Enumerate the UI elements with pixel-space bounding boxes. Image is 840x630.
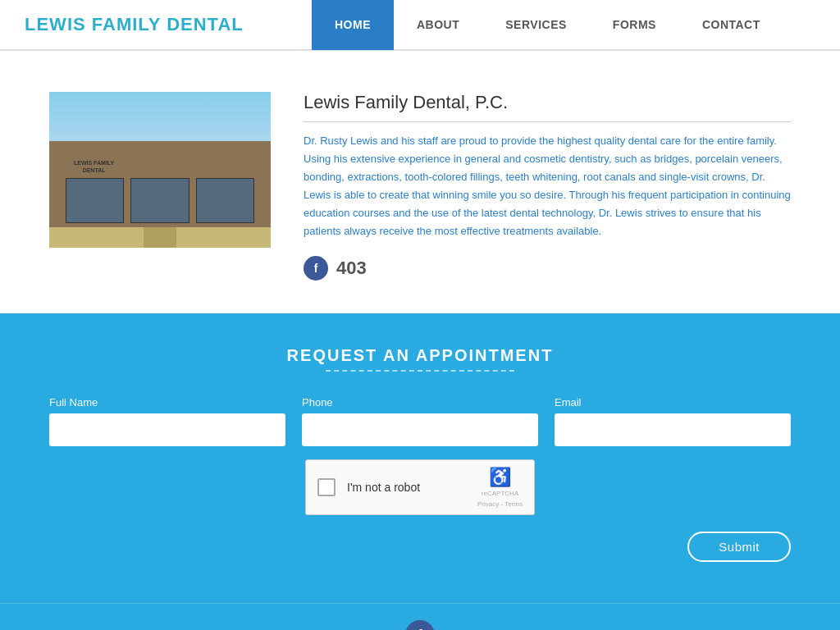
building-sign-text: LEWIS FAMILYDENTAL bbox=[74, 159, 114, 174]
window-1 bbox=[66, 178, 124, 223]
practice-title: Lewis Family Dental, P.C. bbox=[304, 92, 791, 122]
content-right: Lewis Family Dental, P.C. Dr. Rusty Lewi… bbox=[304, 92, 791, 281]
footer-facebook-icon[interactable]: f bbox=[405, 620, 435, 630]
navigation: LEWIS FAMILY DENTAL HOME ABOUT SERVICES … bbox=[0, 0, 840, 51]
captcha-widget[interactable]: I'm not a robot ♿ reCAPTCHA Privacy - Te… bbox=[305, 459, 535, 515]
nav-about[interactable]: ABOUT bbox=[394, 0, 482, 50]
form-row-1: Full Name Phone Email bbox=[49, 396, 791, 446]
main-section: LEWIS FAMILYDENTAL Lewis Family Dental, … bbox=[0, 51, 840, 313]
email-group: Email bbox=[555, 396, 791, 446]
phone-number: 403 bbox=[336, 258, 367, 279]
email-input[interactable] bbox=[555, 413, 791, 446]
windows bbox=[66, 178, 254, 223]
social-row: f 403 bbox=[304, 256, 791, 281]
building-photo: LEWIS FAMILYDENTAL bbox=[49, 92, 271, 248]
phone-input[interactable] bbox=[302, 413, 538, 446]
window-2 bbox=[130, 178, 189, 223]
window-3 bbox=[196, 178, 254, 223]
full-name-input[interactable] bbox=[49, 413, 285, 446]
submit-row: Submit bbox=[49, 532, 791, 562]
nav-links: HOME ABOUT SERVICES FORMS CONTACT bbox=[312, 0, 840, 50]
nav-forms[interactable]: FORMS bbox=[590, 0, 679, 50]
nav-contact[interactable]: CONTACT bbox=[679, 0, 783, 50]
facebook-icon[interactable]: f bbox=[304, 256, 328, 281]
phone-group: Phone bbox=[302, 396, 538, 446]
title-divider bbox=[326, 370, 514, 372]
site-logo: LEWIS FAMILY DENTAL bbox=[0, 14, 312, 35]
appointment-title: REQUEST AN APPOINTMENT bbox=[49, 346, 791, 365]
nav-services[interactable]: SERVICES bbox=[482, 0, 590, 50]
nav-home[interactable]: HOME bbox=[312, 0, 394, 50]
captcha-label: I'm not a robot bbox=[347, 481, 466, 494]
recaptcha-icon: ♿ bbox=[489, 467, 511, 488]
full-name-label: Full Name bbox=[49, 396, 285, 409]
walkway bbox=[144, 227, 176, 248]
submit-button[interactable]: Submit bbox=[687, 532, 791, 562]
practice-description: Dr. Rusty Lewis and his staff are proud … bbox=[304, 132, 791, 241]
appointment-section: REQUEST AN APPOINTMENT Full Name Phone E… bbox=[0, 313, 840, 603]
captcha-row: I'm not a robot ♿ reCAPTCHA Privacy - Te… bbox=[49, 459, 791, 515]
recaptcha-privacy: Privacy - Terms bbox=[477, 500, 523, 508]
full-name-group: Full Name bbox=[49, 396, 285, 446]
recaptcha-brand: reCAPTCHA bbox=[482, 490, 518, 497]
email-label: Email bbox=[555, 396, 791, 409]
footer: f All rights reserved © bbox=[0, 603, 840, 630]
recaptcha-logo: ♿ reCAPTCHA Privacy - Terms bbox=[477, 467, 523, 508]
captcha-checkbox[interactable] bbox=[317, 478, 336, 496]
phone-label: Phone bbox=[302, 396, 538, 409]
